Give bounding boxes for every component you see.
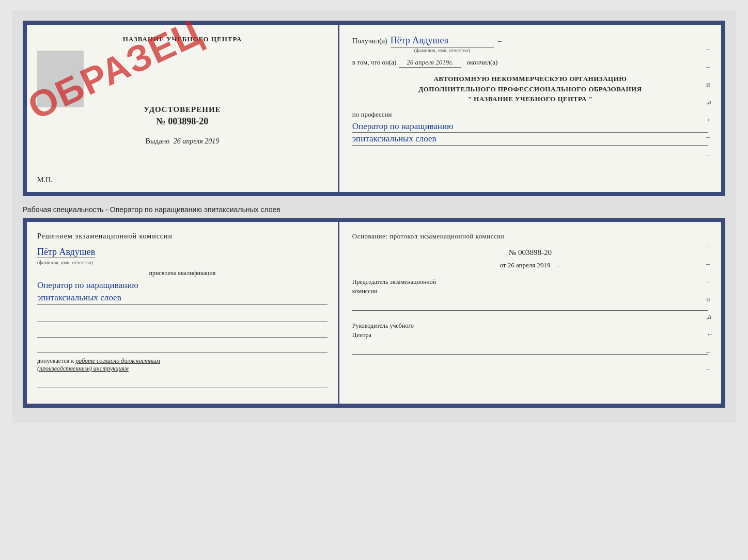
osnovanie-block: Основание: протокол экзаменационной коми…	[352, 232, 708, 241]
underline-4	[37, 376, 328, 388]
predsedatel-line2: комиссии	[352, 286, 708, 296]
doc2-name-wrapper: Пётр Авдушев (фамилия, имя, отчество)	[37, 247, 328, 265]
org-block: АВТОНОМНУЮ НЕКОММЕРЧЕСКУЮ ОРГАНИЗАЦИЮ ДО…	[352, 74, 708, 104]
mp-line: М.П.	[37, 176, 53, 184]
prisvoena-label: присвоена квалификация	[37, 269, 328, 277]
rukovoditel-sign-line	[352, 342, 708, 355]
poluchil-name: Пётр Авдушев	[391, 35, 494, 47]
underline-2	[37, 325, 328, 338]
vtom-line: в том, что он(а) 26 апреля 2019г. окончи…	[352, 58, 708, 68]
doc2-right-margin-lines: – – – и ,а ← – –	[706, 243, 713, 374]
org-line1: АВТОНОМНУЮ НЕКОММЕРЧЕСКУЮ ОРГАНИЗАЦИЮ	[352, 74, 708, 84]
org-line2: ДОПОЛНИТЕЛЬНОГО ПРОФЕССИОНАЛЬНОГО ОБРАЗО…	[352, 84, 708, 94]
rukovoditel-block: Руководитель учебного Центра	[352, 321, 708, 355]
kvalifikacia-line1: Оператор по наращиванию	[37, 279, 328, 292]
vtom-label: в том, что он(а)	[352, 58, 397, 67]
doc2-right: – – – и ,а ← – – Основание: протокол экз…	[339, 222, 721, 404]
predsedatel-line1: Председатель экзаменационной	[352, 277, 708, 286]
udostoverenie-block: УДОСТОВЕРЕНИЕ № 003898-20	[37, 105, 328, 127]
right-margin-lines: – – и ,а ← – –	[706, 45, 713, 159]
document-card-2: Решением экзаменационной комиссии Пётр А…	[23, 218, 725, 408]
kvalifikacia-line2: эпитаксиальных слоев	[37, 292, 328, 305]
org-line3: " НАЗВАНИЕ УЧЕБНОГО ЦЕНТРА "	[352, 94, 708, 104]
rukovoditel-line2: Центра	[352, 330, 708, 340]
predsedatel-block: Председатель экзаменационной комиссии	[352, 277, 708, 311]
doc1-left: НАЗВАНИЕ УЧЕБНОГО ЦЕНТРА ОБРАЗЕЦ УДОСТОВ…	[27, 25, 339, 192]
separator-text: Рабочая специальность - Оператор по нара…	[23, 201, 725, 218]
poluchil-line: Получил(а) Пётр Авдушев (фамилия, имя, о…	[352, 35, 708, 53]
vydano-line: Выдано 26 апреля 2019	[37, 137, 328, 146]
dopuskaetsya-italic1: работе согласно должностным	[75, 357, 160, 364]
underline-1	[37, 310, 328, 322]
okonchil-label: окончил(а)	[466, 58, 497, 67]
vtom-date: 26 апреля 2019г.	[399, 58, 461, 68]
protocol-number: № 003898-20	[352, 248, 708, 257]
doc2-name: Пётр Авдушев	[37, 247, 95, 258]
udostoverenie-number: № 003898-20	[37, 116, 328, 127]
dopuskaetsya-italic2: (производственным) инструкциям	[37, 365, 129, 372]
vydano-date: 26 апреля 2019	[174, 137, 219, 145]
ot-date: от 26 апреля 2019 –	[352, 261, 708, 269]
doc1-right: – – и ,а ← – – Получил(а) Пётр Авдушев (…	[339, 25, 721, 192]
poluchil-label: Получил(а)	[352, 37, 387, 45]
poluchil-name-wrapper: Пётр Авдушев (фамилия, имя, отчество)	[391, 35, 494, 53]
rukovoditel-line1: Руководитель учебного	[352, 321, 708, 330]
dash-ot: –	[557, 261, 561, 269]
ot-label: от	[500, 261, 506, 269]
predsedatel-sign-line	[352, 298, 708, 311]
underline-3	[37, 341, 328, 353]
profession-label: по профессии	[352, 110, 708, 119]
doc2-left: Решением экзаменационной комиссии Пётр А…	[27, 222, 339, 404]
profession-value2: эпитаксиальных слоев	[352, 133, 708, 146]
vydano-label: Выдано	[146, 137, 170, 145]
doc2-underlines	[37, 310, 328, 353]
profession-block: по профессии Оператор по наращиванию эпи…	[352, 110, 708, 146]
doc2-name-hint: (фамилия, имя, отчество)	[37, 260, 328, 265]
dopuskaetsya-line: допускается к работе согласно должностны…	[37, 357, 328, 373]
resheniem-label: Решением экзаменационной комиссии	[37, 232, 328, 241]
dash1: –	[498, 37, 502, 45]
udostoverenie-label: УДОСТОВЕРЕНИЕ	[37, 105, 328, 114]
ot-date-value: 26 апреля 2019	[508, 261, 551, 269]
poluchil-hint: (фамилия, имя, отчество)	[391, 47, 494, 53]
profession-value1: Оператор по наращиванию	[352, 120, 708, 133]
document-card-1: НАЗВАНИЕ УЧЕБНОГО ЦЕНТРА ОБРАЗЕЦ УДОСТОВ…	[23, 21, 725, 196]
dopuskaetsya-prefix: допускается к	[37, 357, 74, 364]
page-wrapper: НАЗВАНИЕ УЧЕБНОГО ЦЕНТРА ОБРАЗЕЦ УДОСТОВ…	[12, 10, 736, 423]
